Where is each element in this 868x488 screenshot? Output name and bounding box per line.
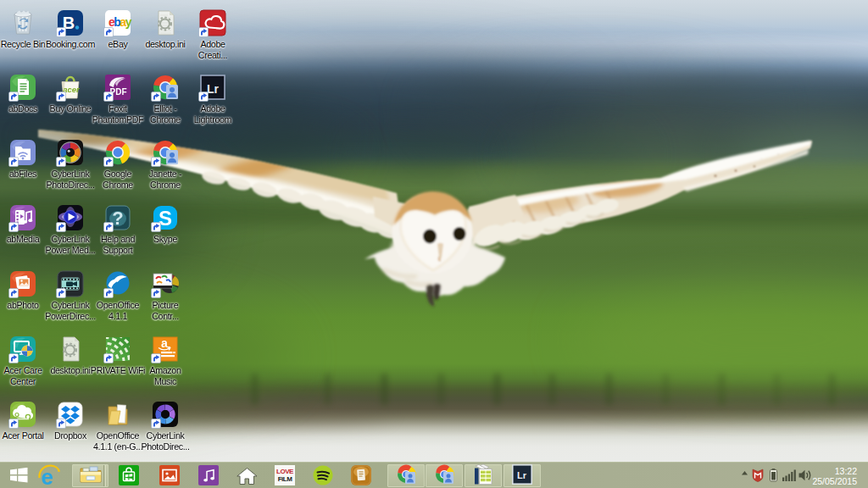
svg-text:ebay: ebay bbox=[108, 15, 132, 29]
svg-text:?: ? bbox=[112, 208, 123, 229]
svg-text:Lr: Lr bbox=[207, 82, 220, 96]
svg-text:Lr: Lr bbox=[517, 470, 527, 480]
svg-text:FiLM: FiLM bbox=[278, 475, 292, 483]
svg-text:a: a bbox=[161, 336, 168, 350]
svg-text:LOVE: LOVE bbox=[276, 468, 294, 475]
